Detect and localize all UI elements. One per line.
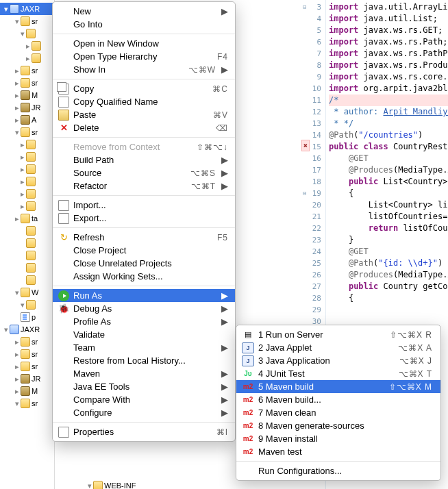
tree-item[interactable]: ▸M [0,385,54,397]
run-as-submenu[interactable]: ▤1 Run on Server⇧⌥⌘X RJ2 Java Applet⌥⌘X … [236,325,441,481]
submenu-item-4-junit-test[interactable]: Jυ4 JUnit Test⌥⌘X T [236,367,440,380]
menu-item-restore-from-local-history[interactable]: Restore from Local History... [53,354,235,367]
tree-item[interactable]: ▸M [0,89,54,101]
code-line[interactable]: import java.util.ArrayLis [329,1,448,13]
menu-item-java-ee-tools[interactable]: Java EE Tools▶ [53,380,235,393]
menu-item-configure[interactable]: Configure▶ [53,406,235,419]
disclosure-triangle-icon[interactable]: ▾ [14,17,21,26]
submenu-item-7-maven-clean[interactable]: m27 Maven clean [236,406,440,419]
tree-item[interactable] [0,274,54,286]
disclosure-triangle-icon[interactable]: ▸ [14,338,21,347]
menu-item-copy[interactable]: Copy⌘C [53,82,235,95]
code-line[interactable]: public class CountryRestS [329,141,448,153]
disclosure-triangle-icon[interactable]: ▾ [86,481,93,490]
project-explorer-bottom[interactable]: ▾WEB-INFweb.xml [52,479,138,489]
code-line[interactable]: @GET [329,153,448,164]
code-line[interactable]: * */ [329,118,448,129]
menu-item-source[interactable]: Source⌥⌘S▶ [53,166,235,179]
disclosure-triangle-icon[interactable]: ▸ [14,214,21,223]
project-explorer[interactable]: ▾JAXR▾sr▾▸▸▸sr▸sr▸M▸JR▸A▾sr▸▸▸▸▸▸▸ta▾W▾p… [0,0,55,489]
code-line[interactable]: import javax.ws.rs.Path; [329,36,448,48]
submenu-item-2-java-applet[interactable]: J2 Java Applet⌥⌘X A [236,341,440,354]
menu-item-open-in-new-window[interactable]: Open in New Window [53,37,235,50]
tree-item[interactable]: ▾JAXR [0,3,54,15]
submenu-item-6-maven-build[interactable]: m26 Maven build... [236,393,440,406]
code-line[interactable]: @Produces(MediaType.A [329,269,448,281]
tree-item[interactable]: ▸ [0,52,54,64]
tree-item[interactable]: ▾JAXR [0,323,54,336]
submenu-item-9-maven-install[interactable]: m29 Maven install [236,432,440,445]
disclosure-triangle-icon[interactable]: ▸ [19,165,26,174]
submenu-item-8-maven-generate-sources[interactable]: m28 Maven generate-sources [236,419,440,432]
menu-item-properties[interactable]: Properties⌘I [53,425,235,438]
menu-item-new[interactable]: New▶ [53,5,235,18]
tree-item[interactable]: ▸ta [0,212,54,225]
tree-item[interactable]: ▾WEB-INF [52,479,138,489]
tree-item[interactable]: ▸ [0,151,54,163]
disclosure-triangle-icon[interactable]: ▾ [14,399,21,408]
tree-item[interactable]: ▸ [0,163,54,175]
submenu-item-maven-test[interactable]: m2Maven test [236,445,440,458]
code-line[interactable]: { [329,292,448,304]
submenu-item-run-configurations[interactable]: Run Configurations... [236,464,440,477]
menu-item-run-as[interactable]: Run As▶ [53,289,235,302]
disclosure-triangle-icon[interactable]: ▸ [25,42,32,51]
code-line[interactable]: =c [329,304,448,316]
menu-item-refresh[interactable]: ↻RefreshF5 [53,231,235,244]
tree-item[interactable]: ▸ [0,40,54,52]
tree-item[interactable]: ▸sr [0,64,54,77]
code-line[interactable]: import java.util.List; [329,13,448,25]
menu-item-close-unrelated-projects[interactable]: Close Unrelated Projects [53,257,235,270]
menu-item-show-in[interactable]: Show In⌥⌘W▶ [53,63,235,76]
tree-item[interactable]: ▸ [0,188,54,200]
disclosure-triangle-icon[interactable]: ▸ [14,116,21,125]
tree-item[interactable]: ▾ [0,27,54,40]
tree-item[interactable]: ▸sr [0,360,54,373]
code-line[interactable]: import javax.ws.rs.PathPa [329,48,448,60]
disclosure-triangle-icon[interactable]: ▸ [14,66,21,75]
disclosure-triangle-icon[interactable]: ▾ [19,29,26,38]
menu-item-profile-as[interactable]: Profile As▶ [53,315,235,328]
disclosure-triangle-icon[interactable]: ▾ [14,288,21,297]
menu-item-build-path[interactable]: Build Path▶ [53,153,235,166]
code-line[interactable]: public List<Country> [329,176,448,188]
menu-item-refactor[interactable]: Refactor⌥⌘T▶ [53,179,235,192]
menu-item-assign-working-sets[interactable]: Assign Working Sets... [53,270,235,283]
menu-item-maven[interactable]: Maven▶ [53,367,235,380]
code-line[interactable]: listOfCountries=c [329,211,448,223]
menu-item-go-into[interactable]: Go Into [53,18,235,31]
tree-item[interactable]: ▾sr [0,126,54,138]
code-line[interactable]: @Path("/countries") [329,129,448,141]
tree-item[interactable]: ▾ [0,299,54,311]
code-line[interactable]: List<Country> lis [329,199,448,211]
context-menu[interactable]: New▶Go IntoOpen in New WindowOpen Type H… [52,1,236,442]
tree-item[interactable]: ▸A [0,114,54,126]
disclosure-triangle-icon[interactable]: ▸ [14,375,21,384]
disclosure-triangle-icon[interactable]: ▸ [19,190,26,199]
disclosure-triangle-icon[interactable]: ▸ [19,202,26,211]
menu-item-paste[interactable]: Paste⌘V [53,108,235,121]
code-line[interactable]: { [329,188,448,199]
menu-item-debug-as[interactable]: 🐞Debug As▶ [53,302,235,315]
code-line[interactable]: import javax.ws.rs.Produc [329,60,448,71]
tree-item[interactable]: ▸sr [0,336,54,348]
code-line[interactable]: import javax.ws.rs.core.M [329,71,448,83]
menu-item-open-type-hierarchy[interactable]: Open Type HierarchyF4 [53,50,235,63]
tree-item[interactable]: ▸sr [0,348,54,360]
code-line[interactable]: return listOfCoun [329,223,448,234]
code-line[interactable]: @Produces(MediaType.A [329,164,448,176]
tree-item[interactable] [0,262,54,274]
disclosure-triangle-icon[interactable]: ▸ [14,91,21,100]
tree-item[interactable] [0,237,54,249]
tree-item[interactable]: ▸ [0,175,54,188]
code-line[interactable]: /* [329,95,448,106]
tree-item[interactable]: ▸JR [0,373,54,385]
menu-item-export[interactable]: Export... [53,212,235,225]
menu-item-team[interactable]: Team▶ [53,341,235,354]
tree-item[interactable]: ▸JR [0,101,54,114]
disclosure-triangle-icon[interactable]: ▸ [25,54,32,63]
tree-item[interactable]: ▸ [0,138,54,151]
disclosure-triangle-icon[interactable]: ▸ [14,103,21,112]
disclosure-triangle-icon[interactable]: ▸ [14,79,21,88]
menu-item-validate[interactable]: Validate [53,328,235,341]
